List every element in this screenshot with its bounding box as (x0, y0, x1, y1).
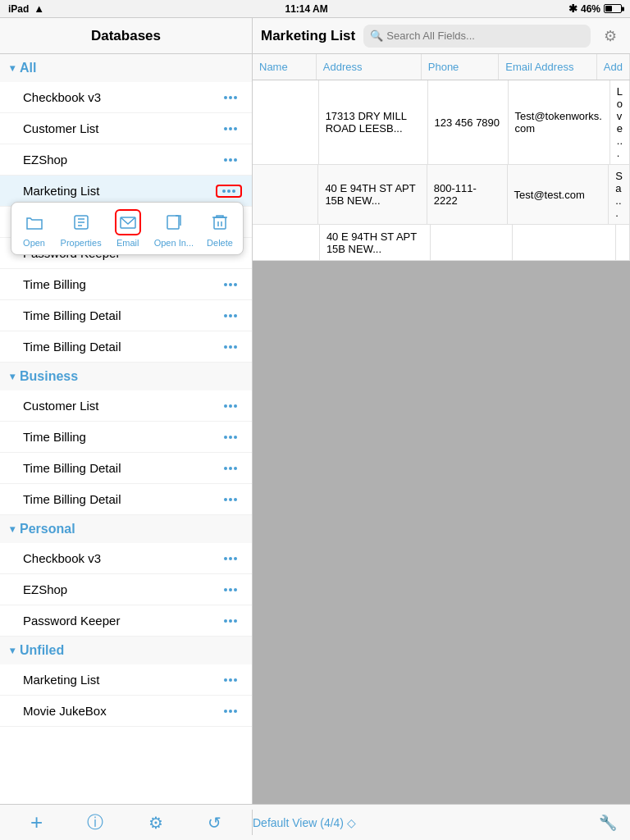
sidebar-item-movie-jukebox-u[interactable]: Movie JukeBox (0, 696, 252, 727)
item-label: Movie JukeBox (23, 704, 219, 718)
sidebar-item-time-billing-b[interactable]: Time Billing (0, 422, 252, 453)
status-bar: iPad ▲ 11:14 AM ✱ 46% (0, 0, 630, 18)
sidebar-item-time-billing-detail-b1[interactable]: Time Billing Detail (0, 453, 252, 484)
item-label: Time Billing Detail (23, 340, 219, 354)
sidebar-item-time-billing-1[interactable]: Time Billing (0, 269, 252, 300)
sidebar-item-customer-list-1[interactable]: Customer List (0, 113, 252, 144)
dots-button[interactable] (219, 463, 242, 473)
chevron-unfiled-icon: ▾ (10, 645, 15, 656)
time-display: 11:14 AM (285, 3, 327, 15)
cell-name (253, 165, 318, 224)
dots-button[interactable] (219, 401, 242, 411)
chevron-personal-icon: ▾ (10, 523, 15, 535)
table-row[interactable]: 40 E 94TH ST APT 15B NEW... (253, 225, 630, 261)
table-row[interactable]: 17313 DRY MILL ROAD LEESB... 123 456 789… (253, 80, 630, 165)
main-header: Marketing List 🔍 ⚙ (253, 18, 630, 53)
dots-button[interactable] (219, 93, 242, 103)
item-label: Marketing List (23, 673, 219, 687)
email-icon (115, 209, 141, 235)
chevron-all-icon: ▾ (10, 62, 15, 74)
sidebar-item-marketing-list-u[interactable]: Marketing List (0, 664, 252, 696)
settings-gear-button[interactable]: ⚙ (599, 25, 622, 48)
ipad-label: iPad (8, 3, 29, 15)
dots-button[interactable] (219, 495, 242, 504)
search-icon: 🔍 (370, 30, 383, 42)
main-title: Marketing List (261, 28, 355, 44)
app-container: Databases Marketing List 🔍 ⚙ ▾ All Check… (0, 18, 630, 840)
open-label: Open (23, 238, 45, 248)
item-label: Time Billing Detail (23, 492, 219, 506)
search-bar[interactable]: 🔍 (363, 25, 591, 48)
dots-button-highlighted[interactable] (216, 185, 242, 198)
cell-add (616, 225, 630, 260)
delete-label: Delete (207, 238, 233, 248)
content-row: ▾ All Checkbook v3 Customer List EZShop … (0, 54, 630, 804)
dots-button[interactable] (219, 155, 242, 165)
wrench-button[interactable]: 🔧 (599, 814, 630, 832)
view-label: Default View (4/4) ◇ (253, 816, 356, 829)
context-menu-open[interactable]: Open (21, 209, 48, 248)
dots-button[interactable] (219, 311, 242, 321)
bottom-sidebar-section: + ⓘ ⚙ ↺ (0, 810, 253, 835)
context-menu-delete[interactable]: Delete (207, 209, 233, 248)
dots-button[interactable] (219, 432, 242, 442)
bluetooth-icon: ✱ (568, 2, 578, 15)
header-row: Databases Marketing List 🔍 ⚙ (0, 18, 630, 54)
item-label: Checkbook v3 (23, 90, 219, 104)
sidebar-item-marketing-list-1[interactable]: Marketing List Open Properties (0, 176, 252, 207)
wifi-icon: ▲ (34, 2, 44, 15)
sidebar-item-customer-list-b[interactable]: Customer List (0, 390, 252, 422)
properties-label: Properties (61, 238, 102, 248)
dots-button[interactable] (219, 554, 242, 564)
sidebar-section-unfiled[interactable]: ▾ Unfiled (0, 637, 252, 664)
item-label: Customer List (23, 121, 219, 135)
sidebar-item-ezshop-1[interactable]: EZShop (0, 144, 252, 176)
battery-icon (604, 4, 622, 13)
cell-phone (431, 225, 513, 260)
sidebar-item-ezshop-p[interactable]: EZShop (0, 574, 252, 605)
item-label: Time Billing (23, 277, 219, 291)
dots-button[interactable] (219, 280, 242, 290)
col-header-email: Email Address (499, 54, 597, 80)
cell-name (253, 225, 320, 260)
info-button[interactable]: ⓘ (87, 811, 103, 833)
cell-email: Test@test.com (508, 165, 609, 224)
section-personal-label: Personal (20, 522, 75, 536)
section-business-label: Business (20, 369, 78, 384)
cell-phone: 800-111-2222 (427, 165, 508, 224)
sidebar-section-personal[interactable]: ▾ Personal (0, 515, 252, 543)
dots-button[interactable] (219, 124, 242, 134)
context-menu-open-in[interactable]: Open In... (154, 209, 194, 248)
status-left: iPad ▲ (8, 2, 44, 15)
svg-rect-6 (214, 217, 226, 229)
email-label: Email (116, 238, 139, 248)
table-row[interactable]: 40 E 94TH ST APT 15B NEW... 800-111-2222… (253, 165, 630, 225)
cell-email: Test@tokenworks.com (509, 80, 610, 164)
status-right: ✱ 46% (568, 2, 622, 15)
dots-button[interactable] (219, 616, 242, 626)
add-button[interactable]: + (30, 810, 43, 835)
context-menu-email[interactable]: Email (115, 209, 141, 248)
sidebar-item-checkbook-v3-1[interactable]: Checkbook v3 (0, 82, 252, 113)
main-content: Name Address Phone Email Address Add 173… (253, 54, 630, 804)
dots-button[interactable] (219, 706, 242, 716)
search-input[interactable] (386, 30, 584, 42)
dots-button[interactable] (219, 675, 242, 685)
context-menu-properties[interactable]: Properties (61, 209, 102, 248)
sidebar-item-time-billing-detail-1[interactable]: Time Billing Detail (0, 300, 252, 331)
sidebar-item-password-keeper-p[interactable]: Password Keeper (0, 605, 252, 637)
sidebar-item-time-billing-detail-b2[interactable]: Time Billing Detail (0, 484, 252, 515)
sidebar-item-time-billing-detail-2[interactable]: Time Billing Detail (0, 331, 252, 363)
col-header-phone: Phone (422, 54, 500, 80)
col-header-name: Name (253, 54, 317, 80)
sidebar-section-business[interactable]: ▾ Business (0, 363, 252, 390)
settings-button[interactable]: ⚙ (148, 813, 163, 833)
sidebar-item-checkbook-v3-p[interactable]: Checkbook v3 (0, 543, 252, 574)
dots-button[interactable] (219, 585, 242, 595)
chevron-business-icon: ▾ (10, 371, 15, 382)
table-header: Name Address Phone Email Address Add (253, 54, 630, 80)
sync-button[interactable]: ↺ (208, 813, 221, 833)
cell-add: Sa... (609, 165, 630, 224)
sidebar-section-all[interactable]: ▾ All (0, 54, 252, 82)
dots-button[interactable] (219, 342, 242, 352)
